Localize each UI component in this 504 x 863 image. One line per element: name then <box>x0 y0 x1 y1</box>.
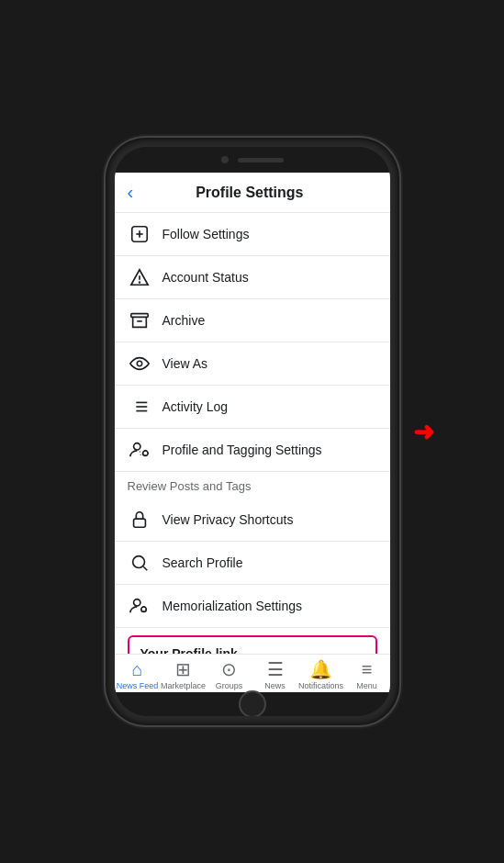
nav-label-marketplace: Marketplace <box>161 681 206 690</box>
groups-icon: ⊙ <box>221 658 237 680</box>
menu-item-account-status[interactable]: Account Status <box>115 256 390 299</box>
follow-icon <box>128 222 151 246</box>
menu-label-account-status: Account Status <box>162 270 249 285</box>
list-icon <box>128 395 151 419</box>
menu-label-view-privacy: View Privacy Shortcuts <box>162 512 294 527</box>
nav-item-marketplace[interactable]: ⊞ Marketplace <box>161 658 207 690</box>
svg-point-19 <box>133 600 140 606</box>
warning-icon <box>128 265 151 289</box>
lock-icon <box>128 508 151 532</box>
bottom-navigation: ⌂ News Feed ⊞ Marketplace ⊙ Groups ☰ New… <box>115 654 390 692</box>
menu-label-follow-settings: Follow Settings <box>162 227 250 241</box>
svg-point-14 <box>133 443 140 450</box>
menu-label-profile-tagging: Profile and Tagging Settings <box>162 443 322 457</box>
archive-icon <box>128 308 151 332</box>
phone-speaker <box>238 158 284 163</box>
menu-icon: ≡ <box>362 659 373 680</box>
home-icon: ⌂ <box>131 659 142 680</box>
menu-list: Follow Settings Account Status <box>115 213 390 654</box>
profile-link-title: Your Profile link <box>140 646 364 654</box>
nav-label-menu: Menu <box>356 681 377 690</box>
menu-item-view-privacy[interactable]: View Privacy Shortcuts <box>115 499 390 542</box>
nav-label-news-feed: News Feed <box>117 681 159 690</box>
news-icon: ☰ <box>267 658 284 680</box>
menu-item-follow-settings[interactable]: Follow Settings <box>115 213 390 256</box>
menu-item-view-as[interactable]: View As <box>115 342 390 386</box>
red-arrow: ➜ <box>413 417 434 447</box>
svg-rect-16 <box>133 519 145 527</box>
svg-point-7 <box>137 361 142 366</box>
svg-point-4 <box>139 282 140 283</box>
profile-link-box: Your Profile link Your personalized link… <box>128 635 377 654</box>
menu-item-search-profile[interactable]: Search Profile <box>115 542 390 585</box>
page-title: Profile Settings <box>140 185 358 201</box>
menu-item-activity-log[interactable]: Activity Log <box>115 386 390 429</box>
nav-item-notifications[interactable]: 🔔 Notifications <box>298 658 344 690</box>
menu-label-search-profile: Search Profile <box>162 555 243 570</box>
bell-icon: 🔔 <box>309 658 332 680</box>
nav-label-groups: Groups <box>216 681 243 690</box>
home-button[interactable] <box>239 690 266 716</box>
phone-camera <box>221 156 229 163</box>
menu-item-archive[interactable]: Archive <box>115 299 390 342</box>
menu-item-profile-tagging[interactable]: Profile and Tagging Settings <box>115 429 390 472</box>
svg-point-17 <box>132 556 144 568</box>
menu-label-view-as: View As <box>162 356 208 371</box>
svg-rect-5 <box>130 314 147 318</box>
nav-item-news-feed[interactable]: ⌂ News Feed <box>115 659 161 690</box>
menu-label-memorialization: Memorialization Settings <box>162 599 303 613</box>
nav-item-menu[interactable]: ≡ Menu <box>344 659 390 690</box>
nav-label-notifications: Notifications <box>298 681 343 690</box>
svg-line-18 <box>143 566 147 570</box>
profile-gear-icon <box>128 438 151 462</box>
menu-label-activity-log: Activity Log <box>162 399 229 414</box>
menu-item-memorialization[interactable]: Memorialization Settings <box>115 585 390 628</box>
eye-icon <box>128 352 151 375</box>
menu-label-archive: Archive <box>162 313 206 328</box>
nav-item-groups[interactable]: ⊙ Groups <box>207 658 252 690</box>
memorial-icon <box>128 594 151 618</box>
back-button[interactable]: ‹ <box>128 182 134 203</box>
search-icon <box>128 551 151 575</box>
nav-item-news[interactable]: ☰ News <box>252 658 298 690</box>
shop-icon: ⊞ <box>175 658 191 680</box>
section-review-posts: Review Posts and Tags <box>115 472 390 499</box>
nav-label-news: News <box>264 681 286 690</box>
page-header: ‹ Profile Settings <box>115 173 390 213</box>
